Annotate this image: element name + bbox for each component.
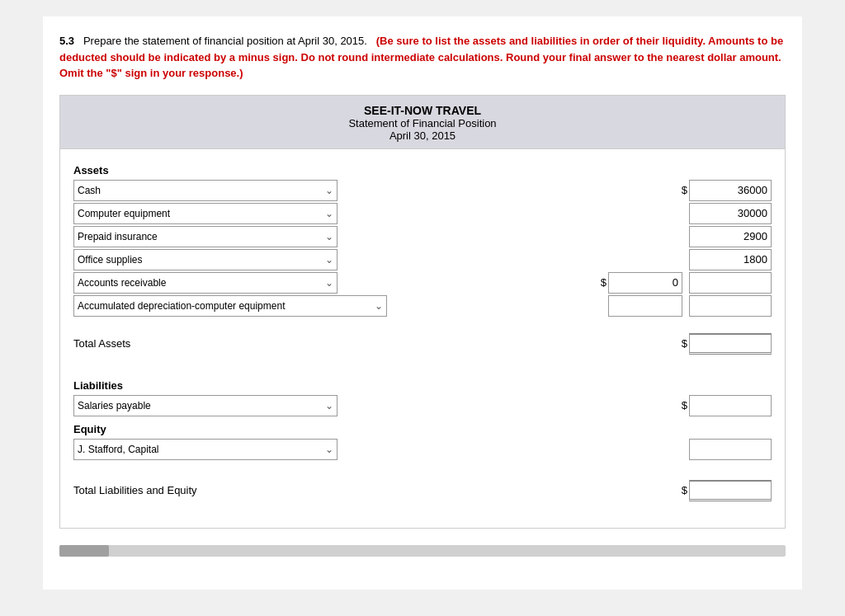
total-assets-amount-area: $ xyxy=(682,333,772,355)
assets-label: Assets xyxy=(73,164,772,176)
table-row: Office supplies ⌄ xyxy=(73,249,772,270)
salaries-payable-amount-area: $ xyxy=(682,395,772,416)
cash-amount-area: $ xyxy=(682,180,772,201)
salaries-payable-dropdown[interactable]: Salaries payable ⌄ xyxy=(73,395,338,416)
statement-date: April 30, 2015 xyxy=(60,129,785,142)
company-name: SEE-IT-NOW TRAVEL xyxy=(60,104,785,117)
table-row: Prepaid insurance ⌄ xyxy=(73,226,772,247)
liabilities-label: Liabilities xyxy=(73,379,772,392)
salaries-payable-input[interactable] xyxy=(689,395,772,416)
question-number: 5.3 xyxy=(59,35,74,47)
prompt-start: Prepare the statement of financial posit… xyxy=(83,35,367,47)
chevron-down-icon: ⌄ xyxy=(325,208,333,219)
dollar-sign: $ xyxy=(682,484,687,496)
capital-label: J. Stafford, Capital xyxy=(78,444,159,455)
salaries-payable-label: Salaries payable xyxy=(78,400,151,411)
dollar-sign: $ xyxy=(682,184,687,196)
statement-body: Assets Cash ⌄ $ Computer equipment ⌄ xyxy=(60,149,785,528)
table-row: Accounts receivable ⌄ $ xyxy=(73,272,772,294)
cash-dropdown[interactable]: Cash ⌄ xyxy=(73,180,338,201)
prepaid-insurance-amount-area xyxy=(689,226,772,247)
dollar-sign: $ xyxy=(682,337,687,350)
question-header: 5.3 Prepare the statement of financial p… xyxy=(59,33,786,82)
office-supplies-amount-area xyxy=(689,249,772,270)
statement-header: SEE-IT-NOW TRAVEL Statement of Financial… xyxy=(60,96,785,149)
accounts-receivable-right-input[interactable] xyxy=(689,272,772,294)
page-container: 5.3 Prepare the statement of financial p… xyxy=(43,16,802,590)
accounts-receivable-mid-area: $ xyxy=(601,272,682,294)
total-liabilities-equity-row: Total Liabilities and Equity $ xyxy=(73,480,772,501)
scrollbar-thumb[interactable] xyxy=(59,545,109,557)
accounts-receivable-right-area xyxy=(689,272,772,294)
capital-dropdown[interactable]: J. Stafford, Capital ⌄ xyxy=(73,439,338,460)
total-liabilities-equity-input[interactable] xyxy=(689,480,772,501)
chevron-down-icon: ⌄ xyxy=(325,185,333,196)
computer-equipment-input[interactable] xyxy=(689,203,772,224)
equity-label: Equity xyxy=(73,423,772,435)
total-liabilities-equity-label: Total Liabilities and Equity xyxy=(73,484,238,496)
prepaid-insurance-dropdown[interactable]: Prepaid insurance ⌄ xyxy=(73,226,338,247)
acc-depreciation-mid-area xyxy=(608,295,682,317)
chevron-down-icon: ⌄ xyxy=(325,400,333,411)
chevron-down-icon: ⌄ xyxy=(325,277,333,289)
cash-label: Cash xyxy=(78,185,101,196)
table-row: Cash ⌄ $ xyxy=(73,180,772,201)
office-supplies-dropdown[interactable]: Office supplies ⌄ xyxy=(73,249,338,270)
prepaid-insurance-input[interactable] xyxy=(689,226,772,247)
equity-section: Equity J. Stafford, Capital ⌄ xyxy=(73,423,772,460)
statement-title: Statement of Financial Position xyxy=(60,117,785,129)
computer-equipment-label: Computer equipment xyxy=(78,208,170,219)
table-row: Accumulated depreciation-computer equipm… xyxy=(73,295,772,317)
total-assets-row: Total Assets $ xyxy=(73,333,772,355)
dollar-sign: $ xyxy=(682,399,687,411)
computer-equipment-dropdown[interactable]: Computer equipment ⌄ xyxy=(73,203,338,224)
cash-input[interactable] xyxy=(689,180,772,201)
chevron-down-icon: ⌄ xyxy=(325,231,333,242)
acc-depreciation-right-area xyxy=(689,295,772,317)
chevron-down-icon: ⌄ xyxy=(375,300,383,312)
table-row: Salaries payable ⌄ $ xyxy=(73,395,772,416)
scrollbar[interactable] xyxy=(59,545,786,557)
accounts-receivable-mid-input[interactable] xyxy=(608,272,682,294)
acc-depreciation-dropdown[interactable]: Accumulated depreciation-computer equipm… xyxy=(73,295,387,317)
capital-amount-area xyxy=(689,439,772,460)
table-row: J. Stafford, Capital ⌄ xyxy=(73,439,772,460)
acc-depreciation-label: Accumulated depreciation-computer equipm… xyxy=(78,300,285,312)
dollar-sign: $ xyxy=(601,276,607,289)
acc-depreciation-mid-input[interactable] xyxy=(608,295,682,317)
prepaid-insurance-label: Prepaid insurance xyxy=(78,231,158,242)
chevron-down-icon: ⌄ xyxy=(325,444,333,455)
accounts-receivable-label: Accounts receivable xyxy=(78,277,166,289)
statement-container: SEE-IT-NOW TRAVEL Statement of Financial… xyxy=(59,95,786,529)
capital-input[interactable] xyxy=(689,439,772,460)
table-row: Computer equipment ⌄ xyxy=(73,203,772,224)
liabilities-section: Liabilities Salaries payable ⌄ $ xyxy=(73,379,772,416)
chevron-down-icon: ⌄ xyxy=(325,254,333,266)
acc-depreciation-right-input[interactable] xyxy=(689,295,772,317)
total-assets-input[interactable] xyxy=(689,333,772,355)
accounts-receivable-dropdown[interactable]: Accounts receivable ⌄ xyxy=(73,272,338,294)
office-supplies-input[interactable] xyxy=(689,249,772,270)
office-supplies-label: Office supplies xyxy=(78,254,143,266)
computer-equipment-amount-area xyxy=(689,203,772,224)
total-liabilities-equity-amount-area: $ xyxy=(682,480,772,501)
total-assets-label: Total Assets xyxy=(73,337,238,350)
